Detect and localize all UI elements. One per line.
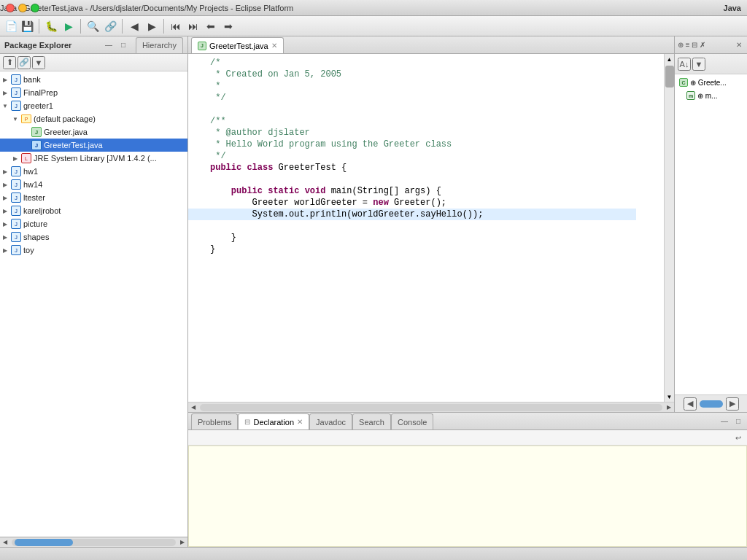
right-panel: ⊕ ≡ ⊟ ✗ ✕ A↓ ▼ C ⊕ Greete... m bbox=[674, 36, 747, 412]
tree-item-greeter1[interactable]: J greeter1 bbox=[0, 99, 187, 112]
debug-button[interactable]: 🐛 bbox=[43, 18, 59, 34]
window-controls[interactable] bbox=[6, 4, 39, 12]
outline-content[interactable]: C ⊕ Greete... m ⊕ m... bbox=[675, 74, 747, 394]
tree-item-shapes[interactable]: J shapes bbox=[0, 230, 187, 244]
save-button[interactable]: 💾 bbox=[19, 18, 35, 34]
outline-label-greeter: ⊕ Greete... bbox=[690, 79, 727, 87]
right-panel-close[interactable]: ✕ bbox=[734, 40, 744, 50]
outline-item-main[interactable]: m ⊕ m... bbox=[676, 89, 746, 102]
tree-toggle-default-pkg[interactable] bbox=[10, 112, 20, 125]
tree-item-greetertest-java[interactable]: J GreeterTest.java bbox=[0, 139, 187, 152]
editor-scroll-left[interactable]: ◀ bbox=[188, 402, 198, 413]
tree-label-kareljrobot: kareljrobot bbox=[23, 206, 61, 215]
bottom-panel-minimize[interactable]: — bbox=[719, 415, 730, 427]
tab-declaration[interactable]: ⊟ Declaration ✕ bbox=[238, 413, 309, 429]
tab-javadoc-label: Javadoc bbox=[316, 418, 346, 427]
hierarchy-tab[interactable]: Hierarchy bbox=[136, 37, 183, 53]
editor-tab-greetertest[interactable]: J GreeterTest.java ✕ bbox=[191, 37, 284, 53]
tree-item-toy[interactable]: J toy bbox=[0, 244, 187, 257]
left-panel-minimize[interactable]: — bbox=[104, 40, 114, 50]
tree-label-greeter-java: Greeter.java bbox=[44, 128, 88, 136]
titlebar: Java - GreeterTest.java - /Users/djslate… bbox=[0, 0, 747, 16]
tree-item-bank[interactable]: J bank bbox=[0, 73, 187, 86]
editor-scroll-right[interactable]: ▶ bbox=[664, 402, 674, 413]
tree-item-kareljrobot[interactable]: J kareljrobot bbox=[0, 204, 187, 217]
toolbar-misc-2[interactable]: ⏭ bbox=[185, 18, 201, 34]
tab-search[interactable]: Search bbox=[352, 413, 391, 429]
outline-scroll-next[interactable]: ▶ bbox=[726, 397, 739, 411]
outline-sort-btn[interactable]: A↓ bbox=[678, 58, 691, 71]
outline-item-greetertest[interactable]: C ⊕ Greete... bbox=[676, 76, 746, 89]
left-panel-maximize[interactable]: □ bbox=[118, 40, 128, 50]
collapse-all-button[interactable]: ⬆ bbox=[3, 56, 16, 69]
tree-item-finalprep[interactable]: J FinalPrep bbox=[0, 86, 187, 99]
tree-item-picture[interactable]: J picture bbox=[0, 217, 187, 230]
editor-bottom-scroll[interactable]: ◀ ▶ bbox=[188, 402, 674, 412]
project-icon-toy: J bbox=[10, 244, 22, 256]
package-explorer-tree[interactable]: J bank J FinalPrep J greeter1 bbox=[0, 71, 187, 537]
tree-item-hw1[interactable]: J hw1 bbox=[0, 165, 187, 178]
declaration-back-btn[interactable]: ↩ bbox=[732, 432, 744, 443]
outline-scroll-prev[interactable]: ◀ bbox=[684, 397, 697, 411]
tree-toggle-finalprep[interactable] bbox=[0, 86, 10, 99]
tree-toggle-toy[interactable] bbox=[0, 244, 10, 257]
scroll-up-btn[interactable]: ▲ bbox=[665, 54, 674, 64]
tab-declaration-close[interactable]: ✕ bbox=[297, 418, 303, 426]
project-icon-bank: J bbox=[10, 74, 22, 85]
toolbar-misc-1[interactable]: ⏮ bbox=[168, 18, 184, 34]
forward-button[interactable]: ▶ bbox=[144, 18, 160, 34]
search-button[interactable]: 🔍 bbox=[85, 18, 101, 34]
minimize-button[interactable] bbox=[18, 4, 27, 12]
tree-toggle-hw1[interactable] bbox=[0, 165, 10, 178]
tree-toggle-ltester[interactable] bbox=[0, 191, 10, 204]
tree-toggle-hw14[interactable] bbox=[0, 178, 10, 191]
outline-scroll-controls: ◀ ▶ bbox=[675, 394, 747, 412]
new-button[interactable]: 📄 bbox=[3, 18, 19, 34]
tab-declaration-label: Declaration bbox=[253, 418, 294, 427]
maximize-button[interactable] bbox=[31, 4, 39, 12]
scrollbar-thumb[interactable] bbox=[15, 539, 73, 546]
outline-label-main: ⊕ m... bbox=[697, 92, 717, 100]
tree-toggle-kareljrobot[interactable] bbox=[0, 204, 10, 217]
editor-tab-close[interactable]: ✕ bbox=[271, 42, 277, 50]
outline-class-icon: C bbox=[679, 78, 688, 87]
tab-javadoc[interactable]: Javadoc bbox=[309, 413, 352, 429]
nav-button[interactable]: 🔗 bbox=[102, 18, 118, 34]
declaration-textarea[interactable] bbox=[189, 446, 746, 546]
tree-toggle-shapes[interactable] bbox=[0, 230, 10, 244]
editor-scrollbar[interactable]: ▲ ▼ bbox=[664, 54, 674, 402]
scroll-right-arrow[interactable]: ▶ bbox=[177, 537, 187, 548]
tree-toggle-greeter1[interactable] bbox=[0, 99, 10, 112]
scroll-left-arrow[interactable]: ◀ bbox=[0, 537, 10, 548]
scroll-thumb[interactable] bbox=[665, 66, 674, 88]
sep-2 bbox=[80, 19, 81, 34]
tree-item-jre-lib[interactable]: L JRE System Library [JVM 1.4.2 (... bbox=[0, 152, 187, 165]
tab-console[interactable]: Console bbox=[391, 413, 433, 429]
tree-toggle-jre-lib[interactable] bbox=[10, 152, 20, 165]
project-icon-greeter1: J bbox=[10, 100, 22, 112]
outline-filter-btn[interactable]: ▼ bbox=[692, 58, 705, 71]
back-button[interactable]: ◀ bbox=[126, 18, 142, 34]
tree-item-hw14[interactable]: J hw14 bbox=[0, 178, 187, 191]
declaration-icon: ⊟ bbox=[244, 418, 250, 426]
editor-content[interactable]: /* * Created on Jan 5, 2005 * */ /** * @… bbox=[188, 54, 664, 402]
close-button[interactable] bbox=[6, 4, 15, 12]
declaration-content[interactable] bbox=[188, 446, 747, 547]
toolbar-misc-4[interactable]: ➡ bbox=[220, 18, 236, 34]
tree-toggle-bank[interactable] bbox=[0, 73, 10, 86]
left-panel-scrollbar[interactable]: ◀ ▶ bbox=[0, 537, 187, 547]
filter-button[interactable]: ▼ bbox=[32, 56, 45, 69]
toolbar-misc-3[interactable]: ⬅ bbox=[203, 18, 219, 34]
tab-problems[interactable]: Problems bbox=[191, 413, 238, 429]
bottom-panel-maximize[interactable]: □ bbox=[732, 415, 744, 427]
tree-item-ltester[interactable]: J ltester bbox=[0, 191, 187, 204]
scrollbar-track[interactable] bbox=[12, 539, 176, 546]
tab-problems-label: Problems bbox=[198, 418, 231, 427]
tree-label-hw1: hw1 bbox=[23, 167, 38, 176]
tree-toggle-picture[interactable] bbox=[0, 217, 10, 230]
tree-item-greeter-java[interactable]: J Greeter.java bbox=[0, 125, 187, 139]
link-editor-button[interactable]: 🔗 bbox=[18, 56, 31, 69]
scroll-down-btn[interactable]: ▼ bbox=[665, 392, 674, 402]
tree-item-default-pkg[interactable]: P (default package) bbox=[0, 112, 187, 125]
run-button[interactable]: ▶ bbox=[61, 18, 77, 34]
